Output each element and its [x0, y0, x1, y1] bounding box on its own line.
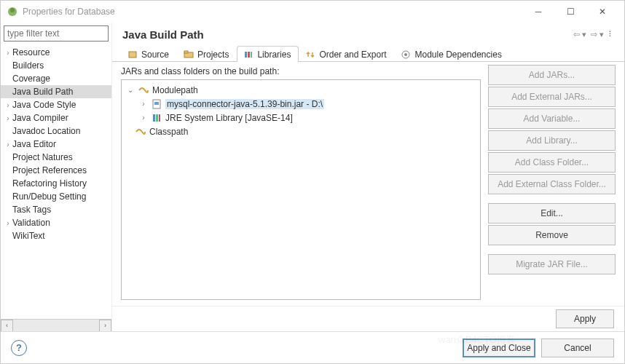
tree-modulepath[interactable]: ⌄ Modulepath: [123, 83, 479, 97]
svg-rect-13: [156, 114, 158, 122]
nav-item-label: Validation: [12, 218, 50, 228]
chevron-right-icon[interactable]: ›: [139, 100, 148, 108]
chevron-down-icon[interactable]: ⌄: [126, 86, 135, 94]
nav-item-label: Java Build Path: [12, 87, 73, 97]
nav-item[interactable]: Project Natures: [1, 151, 111, 164]
menu-icon[interactable]: ⠇: [608, 30, 614, 39]
edit-button[interactable]: Edit...: [488, 203, 616, 223]
back-icon[interactable]: ⇦ ▾: [573, 30, 586, 39]
app-icon: [7, 6, 18, 17]
library-icon: [151, 112, 162, 124]
nav-item[interactable]: Refactoring History: [1, 177, 111, 190]
tree-jar-item[interactable]: › mysql-connector-java-5.1.39-bin.jar - …: [123, 97, 479, 111]
chevron-right-icon[interactable]: ›: [4, 49, 12, 57]
svg-rect-7: [251, 52, 252, 58]
nav-item[interactable]: ›Java Editor: [1, 138, 111, 151]
list-label: JARs and class folders on the build path…: [121, 65, 481, 79]
nav-item[interactable]: Builders: [1, 59, 111, 72]
tabbar: Source Projects Libraries Order and Expo…: [112, 45, 624, 62]
remove-button[interactable]: Remove: [488, 225, 616, 245]
tab-module-deps[interactable]: Module Dependencies: [394, 46, 509, 62]
svg-point-9: [404, 53, 407, 56]
nav-item-label: Coverage: [12, 74, 50, 84]
path-icon: [135, 126, 146, 138]
nav-item-label: Task Tags: [12, 205, 51, 215]
jar-icon: [151, 98, 162, 110]
nav-item[interactable]: ›Validation: [1, 216, 111, 229]
nav-item[interactable]: ›Resource: [1, 46, 111, 59]
help-icon[interactable]: ?: [11, 340, 27, 356]
svg-rect-6: [248, 52, 250, 58]
chevron-right-icon[interactable]: ›: [4, 219, 12, 227]
nav-item-label: Java Code Style: [12, 100, 76, 110]
nav-tree[interactable]: ›ResourceBuildersCoverageJava Build Path…: [1, 44, 111, 319]
scroll-left-button[interactable]: ‹: [1, 320, 13, 332]
nav-item-label: Resource: [12, 47, 50, 58]
minimize-button[interactable]: ─: [522, 1, 554, 23]
h-scrollbar[interactable]: ‹ ›: [1, 319, 111, 331]
filter-text-input[interactable]: [4, 25, 109, 41]
nav-item[interactable]: Task Tags: [1, 203, 111, 216]
nav-item-label: Project References: [12, 165, 87, 175]
nav-item-label: Project Natures: [12, 152, 73, 162]
nav-item[interactable]: Java Build Path: [1, 85, 111, 98]
nav-item[interactable]: ›Java Code Style: [1, 98, 111, 111]
maximize-button[interactable]: ☐: [554, 1, 586, 23]
nav-item[interactable]: WikiText: [1, 229, 111, 242]
tab-projects[interactable]: Projects: [177, 46, 237, 62]
nav-item[interactable]: Run/Debug Setting: [1, 190, 111, 203]
nav-item-label: Java Compiler: [12, 113, 68, 123]
forward-icon[interactable]: ⇨ ▾: [591, 30, 604, 39]
svg-rect-14: [159, 114, 160, 122]
nav-item[interactable]: Javadoc Location: [1, 124, 111, 138]
add-jars-button[interactable]: Add JARs...: [488, 65, 616, 85]
nav-item[interactable]: ›Java Compiler: [1, 111, 111, 124]
nav-item-label: Javadoc Location: [12, 126, 80, 136]
chevron-right-icon[interactable]: ›: [4, 114, 12, 122]
path-icon: [138, 84, 149, 96]
svg-point-1: [10, 8, 15, 12]
nav-item-label: WikiText: [12, 231, 45, 241]
nav-item-label: Builders: [12, 60, 44, 71]
window-title: Properties for Database: [23, 7, 115, 17]
tree-classpath[interactable]: Classpath: [123, 124, 479, 138]
tab-source[interactable]: Source: [121, 46, 177, 62]
svg-rect-2: [129, 52, 136, 58]
scroll-track[interactable]: [13, 320, 99, 332]
close-button[interactable]: ✕: [586, 1, 618, 23]
nav-item-label: Refactoring History: [12, 178, 87, 189]
nav-item-label: Run/Debug Setting: [12, 191, 86, 202]
apply-button[interactable]: Apply: [556, 309, 614, 328]
svg-rect-12: [153, 114, 155, 122]
chevron-right-icon[interactable]: ›: [139, 114, 148, 122]
scroll-right-button[interactable]: ›: [99, 320, 111, 332]
tab-order-export[interactable]: Order and Export: [299, 46, 394, 62]
add-external-class-folder-button[interactable]: Add External Class Folder...: [488, 174, 616, 194]
cancel-button[interactable]: Cancel: [541, 339, 614, 357]
migrate-jar-button[interactable]: Migrate JAR File...: [488, 254, 616, 274]
tab-libraries[interactable]: Libraries: [237, 46, 299, 62]
add-library-button[interactable]: Add Library...: [488, 130, 616, 151]
add-external-jars-button[interactable]: Add External JARs...: [488, 87, 616, 107]
chevron-right-icon[interactable]: ›: [4, 101, 12, 109]
nav-item[interactable]: Project References: [1, 164, 111, 177]
svg-rect-4: [184, 51, 188, 53]
add-class-folder-button[interactable]: Add Class Folder...: [488, 152, 616, 173]
add-variable-button[interactable]: Add Variable...: [488, 108, 616, 129]
svg-rect-5: [245, 52, 247, 58]
chevron-right-icon[interactable]: ›: [4, 141, 12, 149]
nav-item[interactable]: Coverage: [1, 72, 111, 85]
apply-and-close-button[interactable]: Apply and Close: [463, 339, 535, 357]
svg-rect-11: [154, 102, 159, 105]
library-tree[interactable]: ⌄ Modulepath › mysql-connector-java-5.1.…: [121, 79, 481, 300]
tree-jre-item[interactable]: › JRE System Library [JavaSE-14]: [123, 111, 479, 124]
nav-item-label: Java Editor: [12, 139, 56, 149]
page-title: Java Build Path: [122, 28, 569, 41]
